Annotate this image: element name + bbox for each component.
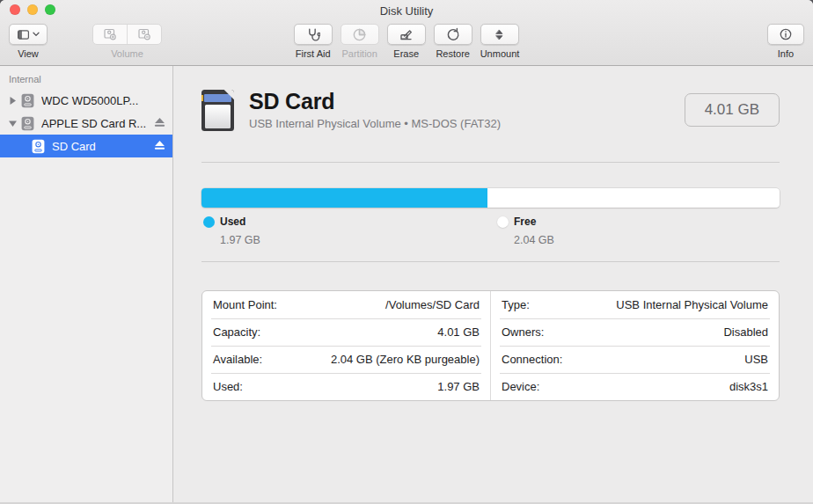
usage-legend: Used 1.97 GB Free 2.04 GB <box>201 216 780 252</box>
info-icon <box>779 27 793 41</box>
volume-header: SD Card USB Internal Physical Volume • M… <box>201 88 780 132</box>
traffic-lights <box>10 4 55 15</box>
table-row: Available: 2.04 GB (Zero KB purgeable) <box>202 346 490 373</box>
window-chrome: Disk Utility View <box>0 0 813 66</box>
disclosure-expanded-icon[interactable] <box>4 120 20 128</box>
used-dot-icon <box>203 216 215 228</box>
eject-button[interactable] <box>154 140 165 150</box>
close-button[interactable] <box>10 4 20 15</box>
separator <box>201 261 780 262</box>
eject-button[interactable] <box>154 117 165 128</box>
info-label: Info <box>778 48 794 59</box>
first-aid-button[interactable] <box>294 24 333 45</box>
detail-label: Used: <box>213 380 243 393</box>
sidebar-item-label: WDC WD5000LP... <box>41 94 138 107</box>
partition-control: Partition <box>341 24 379 59</box>
free-value: 2.04 GB <box>514 234 554 246</box>
details-column-left: Mount Point: /Volumes/SD Card Capacity: … <box>202 291 490 400</box>
sidebar-item-label: APPLE SD Card R... <box>41 117 146 130</box>
details-table: Mount Point: /Volumes/SD Card Capacity: … <box>201 290 780 401</box>
erase-icon <box>399 27 414 42</box>
separator <box>201 162 780 163</box>
table-row: Used: 1.97 GB <box>202 373 490 400</box>
detail-label: Available: <box>213 353 262 366</box>
legend-free: Free 2.04 GB <box>497 216 554 246</box>
restore-control: Restore <box>434 24 472 59</box>
free-dot-icon <box>497 216 509 228</box>
table-row: Device: disk3s1 <box>491 373 779 400</box>
detail-value: 4.01 GB <box>437 325 480 339</box>
usage-bar <box>201 188 780 208</box>
detail-value: USB Internal Physical Volume <box>616 298 768 311</box>
table-row: Type: USB Internal Physical Volume <box>491 291 779 318</box>
sidebar-item-sd-card[interactable]: SD Card <box>0 135 172 157</box>
volume-disk-icon <box>31 139 46 154</box>
usage-used-segment <box>201 188 487 208</box>
sidebar-item-apple-sd-reader[interactable]: APPLE SD Card R... <box>0 112 172 135</box>
sidebar-item-label: SD Card <box>52 140 96 153</box>
volume-subtitle: USB Internal Physical Volume • MS-DOS (F… <box>249 117 501 130</box>
zoom-button[interactable] <box>45 4 55 15</box>
details-column-right: Type: USB Internal Physical Volume Owner… <box>490 291 779 400</box>
detail-value: /Volumes/SD Card <box>385 298 480 311</box>
detail-value: USB <box>744 353 768 366</box>
table-row: Mount Point: /Volumes/SD Card <box>202 291 490 318</box>
unmount-icon <box>493 28 506 41</box>
free-label: Free <box>514 216 554 228</box>
partition-button[interactable] <box>341 24 379 45</box>
detail-value: 1.97 GB <box>437 380 480 393</box>
size-badge: 4.01 GB <box>685 93 780 127</box>
minimize-button[interactable] <box>27 4 38 15</box>
disk-utility-window: Disk Utility View <box>0 0 813 504</box>
table-row: Owners: Disabled <box>491 318 779 346</box>
window-title: Disk Utility <box>0 2 813 18</box>
unmount-button[interactable] <box>480 24 519 45</box>
restore-icon <box>445 27 460 42</box>
detail-value: Disabled <box>723 325 768 339</box>
toolbar: View <box>0 19 813 65</box>
sidebar-section-internal: Internal <box>0 71 172 89</box>
used-value: 1.97 GB <box>220 234 260 246</box>
volume-title: SD Card <box>249 90 501 114</box>
first-aid-icon <box>305 27 320 42</box>
detail-label: Owners: <box>502 325 544 339</box>
table-row: Capacity: 4.01 GB <box>202 318 490 346</box>
partition-icon <box>352 27 367 42</box>
first-aid-control: First Aid <box>294 24 333 59</box>
erase-button[interactable] <box>387 24 426 45</box>
restore-label: Restore <box>436 48 470 59</box>
detail-value: disk3s1 <box>729 380 768 393</box>
detail-value: 2.04 GB (Zero KB purgeable) <box>331 353 480 366</box>
detail-label: Capacity: <box>213 325 260 339</box>
sd-card-icon <box>201 90 234 131</box>
info-control: Info <box>767 24 804 59</box>
detail-label: Type: <box>502 298 530 311</box>
first-aid-label: First Aid <box>296 48 331 59</box>
detail-label: Connection: <box>502 353 562 366</box>
detail-label: Device: <box>502 380 539 393</box>
disclosure-collapsed-icon[interactable] <box>4 96 20 106</box>
unmount-control: Unmount <box>480 24 520 59</box>
info-button[interactable] <box>767 24 804 45</box>
main-panel: SD Card USB Internal Physical Volume • M… <box>173 66 813 504</box>
unmount-label: Unmount <box>480 48 520 59</box>
internal-disk-icon <box>20 116 35 131</box>
titlebar: Disk Utility <box>0 0 813 19</box>
legend-used: Used 1.97 GB <box>203 216 260 246</box>
partition-label: Partition <box>341 48 377 59</box>
detail-label: Mount Point: <box>213 298 277 311</box>
table-row: Connection: USB <box>491 346 779 373</box>
erase-label: Erase <box>393 48 419 59</box>
sidebar: Internal WDC WD5000LP... <box>0 66 173 504</box>
restore-button[interactable] <box>434 24 472 45</box>
erase-control: Erase <box>387 24 426 59</box>
internal-disk-icon <box>20 93 35 108</box>
used-label: Used <box>220 216 260 228</box>
sidebar-item-wdc-disk[interactable]: WDC WD5000LP... <box>0 89 172 112</box>
